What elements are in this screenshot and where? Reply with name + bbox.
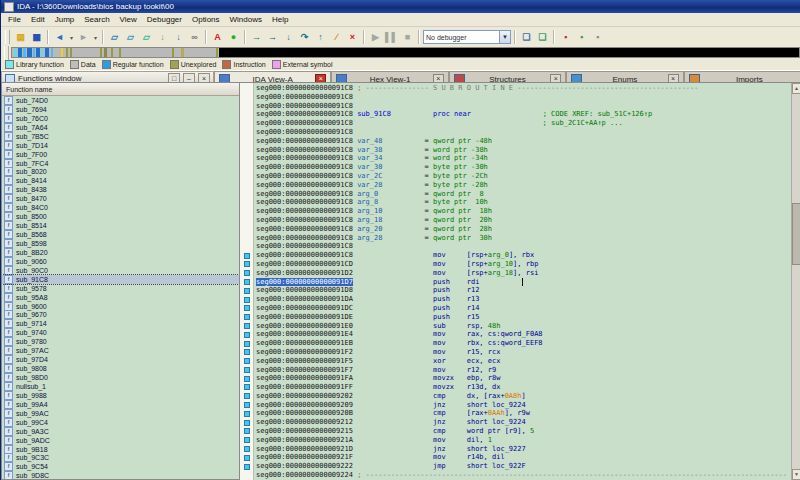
menu-edit[interactable]: Edit: [26, 14, 50, 25]
disasm-line[interactable]: seg000:00000000000091F5 xor ecx, ecx: [240, 357, 792, 366]
disasm-line[interactable]: seg000:00000000000091D7 push rdi: [240, 278, 792, 287]
open-subview-icon[interactable]: ❏: [519, 30, 534, 44]
menu-view[interactable]: View: [115, 14, 142, 25]
ascii-search-icon[interactable]: A: [210, 30, 225, 44]
jump-problem-icon[interactable]: ↓: [155, 30, 170, 44]
menu-search[interactable]: Search: [79, 14, 114, 25]
disasm-line[interactable]: seg000:00000000000091DC push r14: [240, 304, 792, 313]
disasm-line[interactable]: seg000:000000000000920B cmp [rax+0AAh], …: [240, 409, 792, 418]
function-row[interactable]: fsub_95A8: [2, 293, 239, 302]
disasm-line[interactable]: seg000:00000000000091C8 arg_28 = qword p…: [240, 234, 792, 243]
function-row[interactable]: fsub_9600: [2, 302, 239, 311]
menu-windows[interactable]: Windows: [225, 14, 267, 25]
function-row[interactable]: fsub_7B5C: [2, 132, 239, 141]
disasm-line[interactable]: seg000:00000000000091C8 var_48 = qword p…: [240, 137, 792, 146]
functions-column-header[interactable]: Function name: [2, 83, 239, 96]
function-row[interactable]: fsub_99AC: [2, 409, 239, 418]
disasm-line[interactable]: seg000:00000000000091DA push r13: [240, 295, 792, 304]
disassembly-view[interactable]: seg000:00000000000091C8 ; --------------…: [240, 82, 800, 480]
jump-address-icon[interactable]: ▱: [107, 30, 122, 44]
function-row[interactable]: fsub_9988: [2, 391, 239, 400]
disasm-line[interactable]: seg000:00000000000091C8 arg_18 = qword p…: [240, 216, 792, 225]
step-into-icon[interactable]: ↓: [281, 30, 296, 44]
disasm-line[interactable]: seg000:0000000000009212 jnz short loc_92…: [240, 418, 792, 427]
disasm-line[interactable]: seg000:00000000000091C8 var_34 = word pt…: [240, 154, 792, 163]
function-row[interactable]: fsub_76C0: [2, 114, 239, 123]
function-row[interactable]: fsub_9578: [2, 284, 239, 293]
scroll-up-arrow[interactable]: ▲: [792, 83, 800, 94]
function-row[interactable]: fsub_8414: [2, 176, 239, 185]
function-row[interactable]: fsub_8B20: [2, 248, 239, 257]
disasm-line[interactable]: seg000:00000000000091C8: [240, 102, 792, 111]
function-row[interactable]: fsub_9B18: [2, 445, 239, 454]
disasm-line[interactable]: seg000:0000000000009202 cmp dx, [rax+0A8…: [240, 392, 792, 401]
function-row[interactable]: fsub_97AC: [2, 346, 239, 355]
function-row[interactable]: fsub_9C3C: [2, 454, 239, 463]
search-icon[interactable]: ∞: [187, 30, 202, 44]
combo-dropdown-icon[interactable]: ▼: [499, 31, 510, 43]
function-row[interactable]: fsub_9808: [2, 364, 239, 373]
disasm-line[interactable]: seg000:00000000000091C8: [240, 242, 792, 251]
save-icon[interactable]: ▦: [29, 30, 44, 44]
navigation-band[interactable]: [11, 47, 800, 58]
nav-back-icon-dropdown[interactable]: ▾: [68, 30, 75, 44]
stop-icon[interactable]: ■: [400, 30, 415, 44]
disasm-line[interactable]: seg000:00000000000091D2 mov [rsp+arg_18]…: [240, 269, 792, 278]
function-row[interactable]: fsub_8020: [2, 168, 239, 177]
disasm-line[interactable]: seg000:00000000000091C8 mov [rsp+arg_0],…: [240, 251, 792, 260]
edit-icon[interactable]: ∕: [329, 30, 344, 44]
step-over-icon[interactable]: ↷: [297, 30, 312, 44]
pause-icon[interactable]: ▌▌: [384, 30, 399, 44]
disasm-line[interactable]: seg000:00000000000091C8 var_30 = byte pt…: [240, 163, 792, 172]
disasm-line[interactable]: seg000:00000000000091C8 arg_8 = byte ptr…: [240, 198, 792, 207]
function-row[interactable]: fsub_7A64: [2, 123, 239, 132]
open-file-icon[interactable]: ▤: [13, 30, 28, 44]
function-row[interactable]: fsub_90C0: [2, 266, 239, 275]
scroll-down-arrow[interactable]: ▼: [792, 469, 800, 480]
disasm-line[interactable]: seg000:00000000000091CD mov [rsp+arg_10]…: [240, 260, 792, 269]
function-row[interactable]: fsub_9670: [2, 311, 239, 320]
disasm-line[interactable]: seg000:00000000000091E0 sub rsp, 48h: [240, 322, 792, 331]
function-row[interactable]: fsub_9060: [2, 257, 239, 266]
cancel-debug-icon[interactable]: ×: [345, 30, 360, 44]
attach-process-icon[interactable]: →: [265, 30, 280, 44]
disasm-line[interactable]: seg000:00000000000091C8 var_2C = byte pt…: [240, 172, 792, 181]
function-row[interactable]: fsub_98D0: [2, 373, 239, 382]
function-row[interactable]: fsub_8514: [2, 221, 239, 230]
function-row[interactable]: fnullsub_1: [2, 382, 239, 391]
jump-down-icon[interactable]: ↓: [171, 30, 186, 44]
disasm-line[interactable]: seg000:0000000000009215 cmp word ptr [r9…: [240, 427, 792, 436]
disasm-line[interactable]: seg000:0000000000009209 jnz short loc_92…: [240, 401, 792, 410]
disasm-line[interactable]: seg000:00000000000091C8: [240, 128, 792, 137]
function-row[interactable]: fsub_8568: [2, 230, 239, 239]
menu-help[interactable]: Help: [267, 14, 293, 25]
function-row[interactable]: fsub_7FC4: [2, 159, 239, 168]
jump-segment-icon[interactable]: ▱: [139, 30, 154, 44]
function-row[interactable]: fsub_9714: [2, 319, 239, 328]
nav-back-icon[interactable]: ◄: [52, 30, 67, 44]
function-row[interactable]: fsub_9780: [2, 337, 239, 346]
function-row[interactable]: fsub_8438: [2, 185, 239, 194]
function-row[interactable]: fsub_74D0: [2, 96, 239, 105]
disasm-line[interactable]: seg000:00000000000091E4 mov rax, cs:qwor…: [240, 330, 792, 339]
disasm-line[interactable]: seg000:00000000000091C8 var_28 = byte pt…: [240, 181, 792, 190]
function-row[interactable]: fsub_8500: [2, 212, 239, 221]
disasm-line[interactable]: seg000:000000000000921A mov dil, 1: [240, 436, 792, 445]
nav-forward-icon[interactable]: ►: [76, 30, 91, 44]
jump-name-icon[interactable]: ▱: [123, 30, 138, 44]
disasm-line[interactable]: seg000:00000000000091F7 mov r12, r9: [240, 366, 792, 375]
function-row[interactable]: fsub_7D14: [2, 141, 239, 150]
function-row[interactable]: fsub_9ADC: [2, 436, 239, 445]
function-row[interactable]: fsub_8470: [2, 194, 239, 203]
debugger-combo[interactable]: No debugger▼: [423, 30, 511, 44]
disasm-line[interactable]: seg000:0000000000009224 ; --------------…: [240, 471, 792, 480]
disassembly-scrollbar[interactable]: ▲ ▼: [791, 83, 800, 480]
disasm-line[interactable]: seg000:00000000000091FA movzx ebp, r8w: [240, 374, 792, 383]
disasm-line[interactable]: seg000:00000000000091DE push r15: [240, 313, 792, 322]
function-row[interactable]: fsub_91C8: [2, 275, 239, 284]
disasm-line[interactable]: seg000:00000000000091C8: [240, 93, 792, 102]
function-row[interactable]: fsub_7F00: [2, 150, 239, 159]
function-row[interactable]: fsub_97D4: [2, 355, 239, 364]
disasm-line[interactable]: seg000:00000000000091D8 push r12: [240, 286, 792, 295]
disasm-line[interactable]: seg000:000000000000921D jnz short loc_92…: [240, 445, 792, 454]
